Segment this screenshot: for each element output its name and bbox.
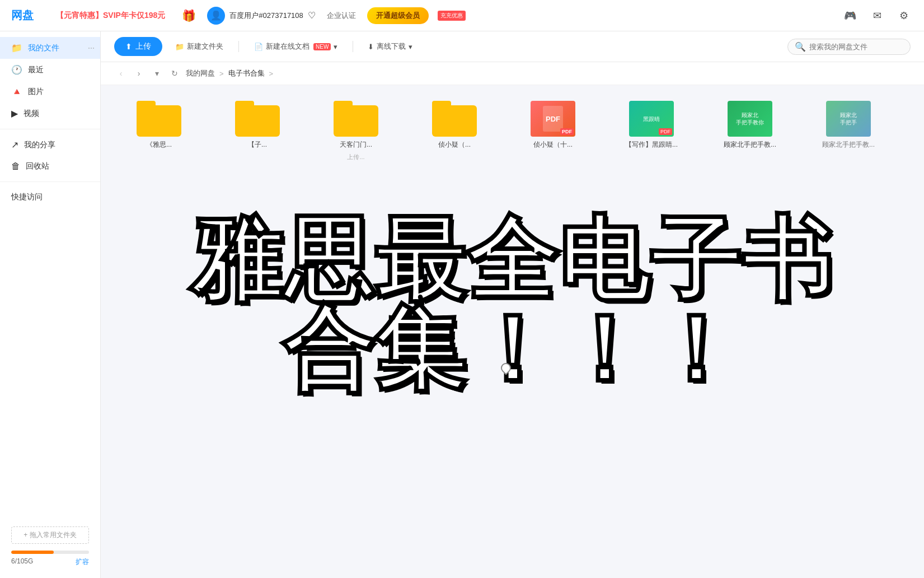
toolbar-divider-2	[353, 41, 353, 52]
folder-thumb-1	[235, 101, 280, 137]
sidebar-label-videos: 视频	[24, 109, 39, 119]
file-name-2: 天客门门...	[320, 140, 392, 150]
file-thumb-5: 黑跟晴 PDF	[629, 101, 674, 137]
file-item-6[interactable]: 顾家北手把手教你 顾家北手把手教...	[705, 96, 795, 166]
file-name-3: 侦小疑（...	[418, 140, 491, 150]
file-item-1[interactable]: 【子...	[213, 96, 302, 166]
dropdown-icon-2: ▾	[409, 43, 412, 51]
file-item-7[interactable]: 顾家北手把手 顾家北手把手教...	[804, 96, 893, 166]
pdf-badge-5: PDF	[659, 128, 672, 135]
offline-download-btn[interactable]: ⬇ 离线下载 ▾	[362, 38, 418, 55]
file-item-4[interactable]: PDF PDF 侦小疑（十...	[508, 96, 598, 166]
refresh-btn[interactable]: ↻	[168, 67, 181, 80]
upload-button[interactable]: ⬆ 上传	[114, 37, 162, 56]
back-btn[interactable]: ‹	[114, 67, 128, 80]
search-icon: 🔍	[795, 41, 806, 52]
new-folder-icon: 📁	[175, 43, 184, 51]
vip-button[interactable]: 开通超级会员	[367, 7, 429, 24]
forward-btn[interactable]: ›	[132, 67, 146, 80]
toolbar-divider-1	[238, 41, 239, 52]
file-grid: 《雅思... 【子... 天客门门... 上传...	[101, 85, 924, 578]
file-thumb-6: 顾家北手把手教你	[728, 101, 772, 137]
storage-used-label: 6/105G	[11, 557, 33, 567]
sidebar-label-my-share: 我的分享	[24, 140, 55, 150]
sidebar-item-recycle[interactable]: 🗑 回收站	[0, 156, 100, 177]
file-item-2[interactable]: 天客门门... 上传...	[311, 96, 401, 166]
gift-icon[interactable]: 🎁	[182, 9, 196, 22]
file-thumb-7: 顾家北手把手	[826, 101, 871, 137]
main-content: ⬆ 上传 📁 新建文件夹 📄 新建在线文档 NEW ▾ ⬇ 离线下载 ▾ 🔍	[101, 31, 924, 578]
file-name-6: 顾家北手把手教...	[714, 140, 786, 150]
add-favorite-btn[interactable]: + 拖入常用文件夹	[11, 526, 89, 544]
app-logo: 网盘	[11, 8, 34, 23]
sidebar-item-videos[interactable]: ▶ 视频	[0, 102, 100, 124]
new-badge: NEW	[313, 43, 331, 50]
upload-icon: ⬆	[125, 42, 132, 51]
sidebar-label-recycle: 回收站	[26, 161, 49, 171]
storage-bar-bg	[11, 551, 89, 554]
heart-icon: ♡	[308, 10, 316, 21]
video-icon: ▶	[11, 108, 18, 119]
sidebar: 📁 我的文件 ⋯ 🕐 最近 🔺 图片 ▶ 视频 ↗ 我的分享 🗑 回收站 快捷访…	[0, 31, 101, 578]
folder-thumb-3	[432, 101, 477, 137]
folder-thumb-2	[334, 101, 378, 137]
file-name-5: 【写作】黑跟睛...	[615, 140, 688, 150]
svg-text:PDF: PDF	[546, 115, 560, 123]
sidebar-item-quick-access[interactable]: 快捷访问	[0, 187, 100, 208]
file-item-3[interactable]: 侦小疑（...	[410, 96, 499, 166]
file-name-0: 《雅思...	[123, 140, 195, 150]
file-name-4: 侦小疑（十...	[517, 140, 589, 150]
storage-info: 6/105G 扩容	[11, 557, 89, 567]
breadcrumb-current: 电子书合集	[228, 68, 265, 78]
sidebar-label-my-files: 我的文件	[28, 43, 59, 53]
upload-progress-2: 上传...	[320, 153, 392, 161]
nav-right-icons: 🎮 ✉ ⚙	[841, 7, 913, 25]
new-online-doc-btn[interactable]: 📄 新建在线文档 NEW ▾	[248, 38, 344, 55]
recycle-icon: 🗑	[11, 161, 20, 171]
expand-storage-btn[interactable]: 扩容	[76, 557, 89, 567]
sidebar-item-photos[interactable]: 🔺 图片	[0, 81, 100, 102]
sidebar-label-photos: 图片	[28, 87, 44, 97]
file-item-0[interactable]: 《雅思...	[114, 96, 204, 166]
more-icon: ⋯	[88, 44, 95, 52]
share-icon: ↗	[11, 139, 18, 150]
file-name-1: 【子...	[221, 140, 294, 150]
download-icon: ⬇	[368, 43, 374, 51]
dropdown-nav-btn[interactable]: ▾	[150, 67, 163, 80]
sidebar-item-my-files[interactable]: 📁 我的文件 ⋯	[0, 37, 100, 59]
mail-icon[interactable]: ✉	[868, 7, 886, 25]
user-info[interactable]: 👤 百度用户#0273717108 ♡	[207, 7, 316, 25]
storage-bar: 6/105G 扩容	[11, 551, 89, 567]
settings-icon[interactable]: ⚙	[895, 7, 913, 25]
username-label: 百度用户#0273717108	[229, 11, 303, 21]
sidebar-divider-2	[0, 181, 100, 182]
file-item-5[interactable]: 黑跟晴 PDF 【写作】黑跟睛...	[607, 96, 696, 166]
game-icon[interactable]: 🎮	[841, 7, 859, 25]
dropdown-icon: ▾	[334, 43, 337, 51]
breadcrumb-home[interactable]: 我的网盘	[186, 68, 215, 78]
folder-thumb-0	[137, 101, 181, 137]
folder-icon: 📁	[11, 43, 22, 53]
sidebar-label-recent: 最近	[28, 65, 44, 75]
sidebar-item-my-share[interactable]: ↗ 我的分享	[0, 134, 100, 156]
doc-icon: 📄	[254, 43, 263, 51]
sidebar-item-recent[interactable]: 🕐 最近	[0, 59, 100, 81]
promo-text[interactable]: 【元宵特惠】SVIP年卡仅198元	[56, 11, 165, 21]
avatar: 👤	[207, 7, 225, 25]
breadcrumb-bar: ‹ › ▾ ↻ 我的网盘 > 电子书合集 >	[101, 62, 924, 85]
sidebar-label-quick-access: 快捷访问	[11, 192, 43, 202]
recharge-area: 充充优惠	[438, 11, 466, 21]
enterprise-btn[interactable]: 企业认证	[327, 11, 356, 21]
image-icon: 🔺	[11, 86, 22, 97]
search-box[interactable]: 🔍	[787, 39, 911, 55]
top-nav: 网盘 【元宵特惠】SVIP年卡仅198元 🎁 👤 百度用户#0273717108…	[0, 0, 924, 31]
file-name-7: 顾家北手把手教...	[812, 140, 885, 150]
recharge-badge[interactable]: 充充优惠	[438, 11, 466, 21]
file-thumb-4: PDF PDF	[531, 101, 575, 137]
breadcrumb-sep-1: >	[219, 69, 224, 78]
clock-icon: 🕐	[11, 64, 22, 75]
breadcrumb-sep-2: >	[269, 69, 274, 78]
search-input[interactable]	[809, 43, 903, 51]
sidebar-divider-1	[0, 129, 100, 129]
new-folder-btn[interactable]: 📁 新建文件夹	[169, 38, 229, 55]
